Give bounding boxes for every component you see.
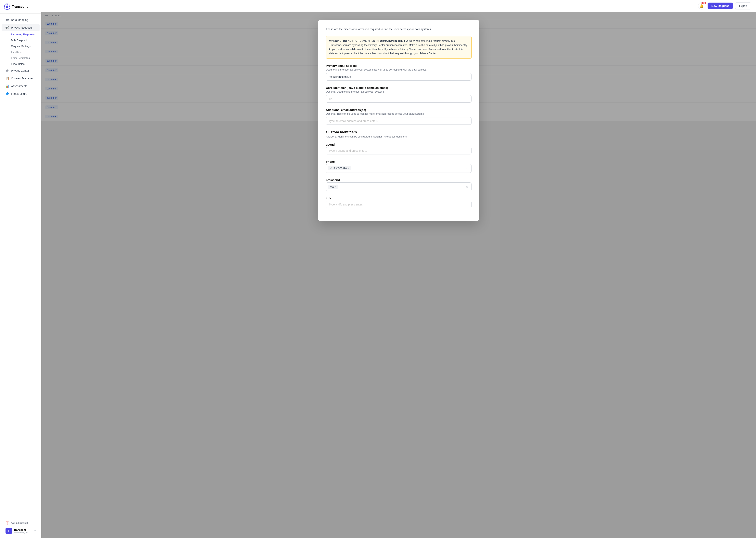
bell-icon: 🔔 (700, 4, 704, 8)
sidebar-sub-bulk-respond-label: Bulk Respond (11, 39, 27, 42)
user-name: Transcend (14, 528, 32, 531)
avatar: T (6, 528, 12, 534)
sidebar-sub-incoming-requests-label: Incoming Requests (11, 33, 35, 36)
notification-button[interactable]: 🔔 26 (698, 2, 705, 10)
user-details: Transcend Jason Wahjudi (14, 528, 32, 534)
ask-question-icon: ❓ (6, 521, 10, 525)
browserid-tag-input[interactable]: test × ✕ (326, 183, 472, 191)
phone-clear-button[interactable]: ✕ (465, 166, 469, 170)
sidebar-footer: ❓ Ask a question T Transcend Jason Wahju… (0, 517, 41, 538)
sidebar-item-infrastructure[interactable]: 🔷 Infrastructure (2, 90, 40, 97)
browserid-field-section: browserId test × ✕ (326, 178, 472, 191)
modal-overlay[interactable]: These are the pieces of information requ… (41, 12, 756, 538)
core-identifier-section: Core identifier (leave blank if same as … (326, 86, 472, 103)
browserid-label: browserId (326, 178, 472, 182)
phone-tag-value: +11234567890 × (328, 166, 351, 170)
primary-email-input[interactable] (326, 73, 472, 81)
sidebar-item-privacy-requests-label: Privacy Requests (11, 26, 32, 29)
sidebar-logo: Transcend (0, 0, 41, 14)
sidebar-sub-identifiers-label: Identifiers (11, 51, 22, 54)
sidebar-sub-bulk-respond[interactable]: Bulk Respond (2, 37, 40, 43)
sidebar-item-privacy-requests[interactable]: 💬 Privacy Requests (2, 24, 40, 31)
sidebar-item-assessments[interactable]: 📊 Assessments (2, 82, 40, 90)
user-handle: Jason Wahjudi (14, 531, 32, 534)
sidebar-sub-request-settings-label: Request Settings (11, 45, 30, 48)
sidebar-item-privacy-center[interactable]: 🏛 Privacy Center (2, 67, 40, 75)
additional-email-sublabel: Optional. This can be used to look for m… (326, 112, 472, 115)
sidebar-item-assessments-label: Assessments (11, 84, 27, 88)
sidebar-item-data-mapping-label: Data Mapping (11, 18, 28, 22)
sidebar-item-consent-manager-label: Consent Manager (11, 77, 33, 80)
additional-email-input[interactable] (326, 117, 472, 125)
additional-email-section: Additional email address(es) Optional. T… (326, 108, 472, 125)
sidebar-sub-email-templates-label: Email Templates (11, 57, 30, 60)
core-identifier-sublabel: Optional. Used to find the user across y… (326, 90, 472, 93)
data-mapping-icon: 🗺 (6, 18, 9, 22)
phone-label: phone (326, 160, 472, 163)
browserid-tag-remove[interactable]: × (335, 186, 336, 188)
modal-warning-bold: WARNING: DO NOT PUT UNVERIFIED INFORMATI… (329, 39, 412, 42)
svg-point-1 (6, 6, 8, 8)
idfv-label: idfv (326, 196, 472, 200)
export-button[interactable]: Export (735, 2, 751, 10)
primary-email-section: Primary email address Used to find the u… (326, 64, 472, 81)
userid-input[interactable] (326, 147, 472, 154)
userid-label: userId (326, 143, 472, 146)
sidebar-sub-incoming-requests[interactable]: Incoming Requests (2, 31, 40, 37)
sidebar-item-infrastructure-label: Infrastructure (11, 92, 27, 95)
phone-field-section: phone +11234567890 × ✕ (326, 160, 472, 173)
idfv-field-section: idfv (326, 196, 472, 208)
ask-question-label: Ask a question (11, 521, 28, 524)
sidebar-nav: 🗺 Data Mapping 💬 Privacy Requests Incomi… (0, 14, 41, 517)
sidebar-item-privacy-center-label: Privacy Center (11, 69, 29, 72)
sidebar-item-data-mapping[interactable]: 🗺 Data Mapping (2, 16, 40, 24)
phone-tag-remove[interactable]: × (348, 167, 349, 170)
new-request-modal: These are the pieces of information requ… (318, 20, 479, 221)
privacy-requests-icon: 💬 (6, 26, 9, 29)
browserid-clear-button[interactable]: ✕ (465, 185, 469, 189)
browserid-tag-value: test × (328, 185, 338, 189)
sidebar-sub-legal-holds-label: Legal Holds (11, 63, 24, 65)
topbar: 🔔 26 New Request Export (41, 0, 756, 12)
custom-identifiers-section: Custom identifiers Additional identifier… (326, 130, 472, 208)
assessments-icon: 📊 (6, 84, 9, 88)
idfv-input[interactable] (326, 201, 472, 208)
custom-identifiers-sublabel: Additional identifiers can be configured… (326, 135, 472, 138)
svg-point-5 (9, 6, 10, 7)
core-identifier-label: Core identifier (leave blank if same as … (326, 86, 472, 89)
svg-point-2 (7, 4, 8, 5)
sidebar-sub-request-settings[interactable]: Request Settings (2, 43, 40, 49)
app-title: Transcend (12, 5, 28, 9)
privacy-center-icon: 🏛 (6, 69, 9, 73)
primary-email-label: Primary email address (326, 64, 472, 67)
infrastructure-icon: 🔷 (6, 92, 9, 95)
sidebar-sub-email-templates[interactable]: Email Templates (2, 55, 40, 61)
content-area: DATA SUBJECT customercustomercustomercus… (41, 12, 756, 538)
custom-identifiers-title: Custom identifiers (326, 130, 472, 134)
svg-point-4 (4, 6, 5, 7)
phone-tag-input[interactable]: +11234567890 × ✕ (326, 164, 472, 173)
new-request-button[interactable]: New Request (708, 3, 733, 9)
notification-badge: 26 (701, 2, 706, 4)
main-content: 🔔 26 New Request Export DATA SUBJECT cus… (41, 0, 756, 538)
sidebar-sub-identifiers[interactable]: Identifiers (2, 49, 40, 55)
ask-question-button[interactable]: ❓ Ask a question (3, 519, 38, 526)
chevron-down-icon: ▾ (34, 529, 36, 532)
modal-warning-box: WARNING: DO NOT PUT UNVERIFIED INFORMATI… (326, 36, 472, 58)
additional-email-label: Additional email address(es) (326, 108, 472, 112)
sidebar-item-consent-manager[interactable]: 📋 Consent Manager (2, 75, 40, 82)
userid-field-section: userId (326, 143, 472, 154)
primary-email-sublabel: Used to find the user across your system… (326, 68, 472, 71)
svg-point-3 (7, 9, 8, 10)
user-info[interactable]: T Transcend Jason Wahjudi ▾ (3, 526, 38, 536)
sidebar: Transcend 🗺 Data Mapping 💬 Privacy Reque… (0, 0, 41, 538)
modal-intro-text: These are the pieces of information requ… (326, 27, 472, 31)
core-identifier-input[interactable] (326, 95, 472, 103)
transcend-logo-icon (4, 4, 10, 10)
sidebar-sub-legal-holds[interactable]: Legal Holds (2, 61, 40, 67)
consent-manager-icon: 📋 (6, 77, 9, 80)
